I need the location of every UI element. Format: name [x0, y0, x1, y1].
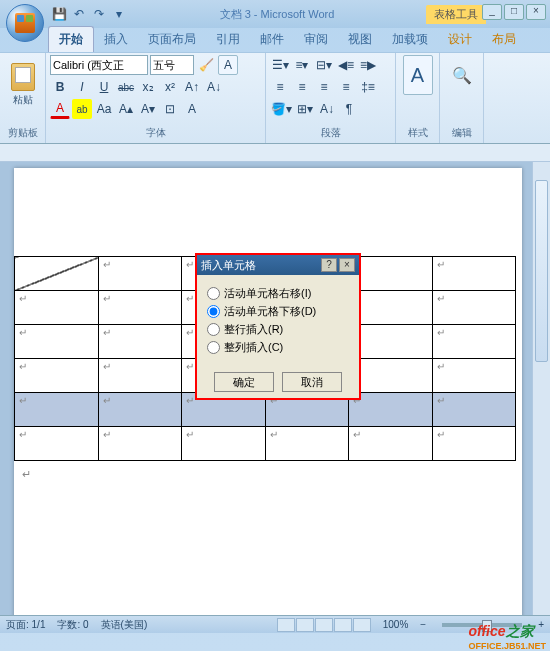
multilevel-button[interactable]: ⊟▾ [314, 55, 334, 75]
tab-references[interactable]: 引用 [206, 27, 250, 52]
tab-mailings[interactable]: 邮件 [250, 27, 294, 52]
table-cell[interactable]: ↵ [15, 359, 99, 393]
status-page[interactable]: 页面: 1/1 [6, 618, 45, 632]
table-cell[interactable]: ↵ [15, 291, 99, 325]
indent-inc-button[interactable]: ≡▶ [358, 55, 378, 75]
shrink-a-button[interactable]: A▾ [138, 99, 158, 119]
status-lang[interactable]: 英语(美国) [101, 618, 148, 632]
grow-font-button[interactable]: A↑ [182, 77, 202, 97]
qat-undo[interactable]: ↶ [70, 5, 88, 23]
font-size-combo[interactable] [150, 55, 194, 75]
table-cell[interactable]: ↵ [349, 393, 433, 427]
table-cell[interactable]: ↵ [432, 427, 516, 461]
table-cell[interactable]: ↵ [432, 359, 516, 393]
strike-button[interactable]: abc [116, 77, 136, 97]
dialog-titlebar[interactable]: 插入单元格 ? × [197, 255, 359, 275]
minimize-button[interactable]: _ [482, 4, 502, 20]
view-outline[interactable] [334, 618, 352, 632]
change-case-button[interactable]: A [218, 55, 238, 75]
highlight-button[interactable]: ab [72, 99, 92, 119]
radio-shift-right[interactable]: 活动单元格右移(I) [207, 286, 349, 301]
shading-button[interactable]: 🪣▾ [270, 99, 293, 119]
table-cell[interactable]: ↵ [432, 291, 516, 325]
table-cell[interactable]: ↵ [349, 427, 433, 461]
table-cell[interactable]: ↵ [98, 427, 182, 461]
line-spacing-button[interactable]: ‡≡ [358, 77, 378, 97]
view-web[interactable] [315, 618, 333, 632]
edit-button[interactable]: 🔍 [447, 55, 477, 95]
superscript-button[interactable]: x² [160, 77, 180, 97]
status-words[interactable]: 字数: 0 [57, 618, 88, 632]
tab-view[interactable]: 视图 [338, 27, 382, 52]
justify-button[interactable]: ≡ [336, 77, 356, 97]
italic-button[interactable]: I [72, 77, 92, 97]
maximize-button[interactable]: □ [504, 4, 524, 20]
table-cell[interactable]: ↵ [349, 291, 433, 325]
table-cell[interactable]: ↵ [98, 325, 182, 359]
table-cell[interactable]: ↵ [432, 393, 516, 427]
view-draft[interactable] [353, 618, 371, 632]
table-cell[interactable]: ↵ [98, 393, 182, 427]
align-left-button[interactable]: ≡ [270, 77, 290, 97]
tab-addins[interactable]: 加载项 [382, 27, 438, 52]
tab-review[interactable]: 审阅 [294, 27, 338, 52]
ok-button[interactable]: 确定 [214, 372, 274, 392]
table-cell[interactable]: ↵ [349, 325, 433, 359]
dialog-help-button[interactable]: ? [321, 258, 337, 272]
bold-button[interactable]: B [50, 77, 70, 97]
tab-home[interactable]: 开始 [48, 26, 94, 52]
table-cell[interactable]: ↵ [15, 393, 99, 427]
clear-format-button[interactable]: 🧹 [196, 55, 216, 75]
table-cell[interactable]: ↵ [182, 427, 266, 461]
table-cell[interactable]: ↵ [98, 359, 182, 393]
table-cell[interactable]: ↵ [98, 291, 182, 325]
numbering-button[interactable]: ≡▾ [292, 55, 312, 75]
radio-insert-row[interactable]: 整行插入(R) [207, 322, 349, 337]
office-button[interactable] [6, 4, 44, 42]
qat-more[interactable]: ▾ [110, 5, 128, 23]
case-button[interactable]: Aa [94, 99, 114, 119]
table-cell[interactable]: ↵ [349, 257, 433, 291]
radio-insert-col[interactable]: 整列插入(C) [207, 340, 349, 355]
qat-redo[interactable]: ↷ [90, 5, 108, 23]
shrink-font-button[interactable]: A↓ [204, 77, 224, 97]
char-border-button[interactable]: ⊡ [160, 99, 180, 119]
view-fullscreen[interactable] [296, 618, 314, 632]
tab-design[interactable]: 设计 [438, 27, 482, 52]
table-cell[interactable] [15, 257, 99, 291]
table-cell[interactable]: ↵ [98, 257, 182, 291]
vertical-scrollbar[interactable] [532, 162, 550, 615]
table-cell[interactable]: ↵ [15, 325, 99, 359]
font-name-combo[interactable] [50, 55, 148, 75]
sort-button[interactable]: A↓ [317, 99, 337, 119]
show-marks-button[interactable]: ¶ [339, 99, 359, 119]
align-center-button[interactable]: ≡ [292, 77, 312, 97]
bullets-button[interactable]: ☰▾ [270, 55, 290, 75]
indent-dec-button[interactable]: ◀≡ [336, 55, 356, 75]
table-cell[interactable]: ↵ [432, 257, 516, 291]
char-shading-button[interactable]: A [182, 99, 202, 119]
borders-button[interactable]: ⊞▾ [295, 99, 315, 119]
table-cell[interactable]: ↵ [15, 427, 99, 461]
view-print-layout[interactable] [277, 618, 295, 632]
tab-table-layout[interactable]: 布局 [482, 27, 526, 52]
underline-button[interactable]: U [94, 77, 114, 97]
table-cell[interactable]: ↵ [265, 427, 349, 461]
qat-save[interactable]: 💾 [50, 5, 68, 23]
tab-pagelayout[interactable]: 页面布局 [138, 27, 206, 52]
table-cell[interactable]: ↵ [432, 325, 516, 359]
subscript-button[interactable]: x₂ [138, 77, 158, 97]
paste-button[interactable]: 粘贴 [5, 55, 41, 115]
font-color-button[interactable]: A [50, 99, 70, 119]
close-button[interactable]: × [526, 4, 546, 20]
grow-a-button[interactable]: A▴ [116, 99, 136, 119]
align-right-button[interactable]: ≡ [314, 77, 334, 97]
tab-insert[interactable]: 插入 [94, 27, 138, 52]
cancel-button[interactable]: 取消 [282, 372, 342, 392]
zoom-out-button[interactable]: − [420, 619, 426, 630]
zoom-level[interactable]: 100% [383, 619, 409, 630]
styles-button[interactable]: A [403, 55, 433, 95]
dialog-close-button[interactable]: × [339, 258, 355, 272]
radio-shift-down[interactable]: 活动单元格下移(D) [207, 304, 349, 319]
table-cell[interactable]: ↵ [349, 359, 433, 393]
